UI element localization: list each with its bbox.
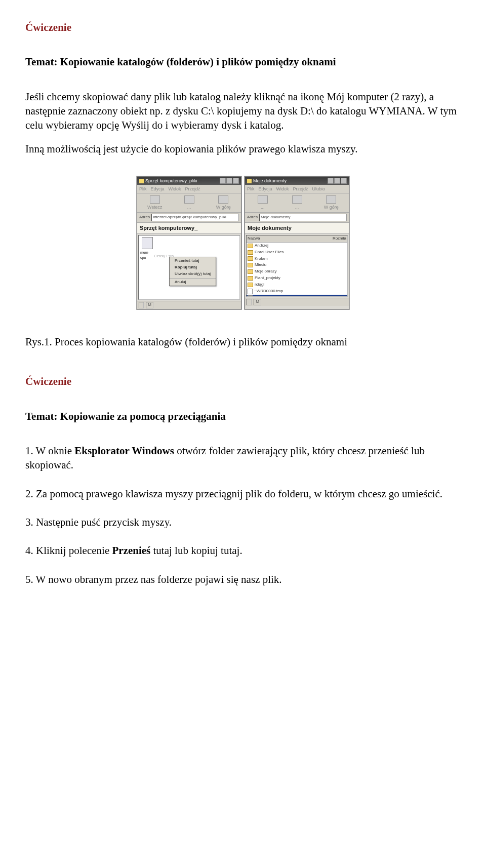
item-name: Corel User Files	[255, 250, 345, 255]
list-item[interactable]: Moje obrazy	[247, 268, 347, 275]
band-title-left: Sprzęt komputerowy_	[137, 223, 241, 234]
window-right: Moje dokumenty Plik Edycja Widok Przejdź…	[245, 176, 349, 309]
toolbar-left: Wstecz ... W górę	[137, 193, 241, 213]
menu-item[interactable]: Edycja	[259, 186, 272, 192]
ctx-copy-here[interactable]: Kopiuj tutaj	[170, 264, 216, 271]
item-name: ~WRD0000.tmp	[254, 289, 345, 294]
menu-item[interactable]: Przejdź	[185, 186, 200, 192]
up-icon	[326, 195, 336, 204]
step-4-bold: Przenieś	[112, 544, 150, 557]
figure-1: Sprzęt komputerowy_pliki Plik Edycja Wid…	[25, 176, 461, 309]
maximize-button[interactable]	[334, 178, 340, 184]
list-header: Nazwa Rozmia	[247, 235, 347, 243]
menu-item[interactable]: Ulubio	[312, 186, 326, 192]
window-left: Sprzęt komputerowy_pliki Plik Edycja Wid…	[137, 176, 241, 309]
forward-button[interactable]: ...	[281, 195, 313, 210]
folder-icon	[139, 179, 144, 183]
minimize-button[interactable]	[328, 178, 334, 184]
menu-item[interactable]: Plik	[139, 186, 147, 192]
forward-label: ...	[187, 204, 191, 210]
step-2: 2. Za pomocą prawego klawisza myszy prze…	[25, 487, 461, 501]
file-label: mem-cpu	[140, 250, 154, 260]
back-button[interactable]: ...	[247, 195, 278, 210]
file-list: AndrzejCorel User FilesKrofamMieciuMoje …	[247, 243, 347, 297]
item-name: Andrzej	[255, 243, 345, 249]
menu-item[interactable]: Przejdź	[293, 186, 308, 192]
titlebar-left: Sprzęt komputerowy_pliki	[137, 177, 241, 185]
list-item[interactable]: Czasy i stawki -Dukla338KB	[247, 295, 347, 297]
file-pane-right[interactable]: Nazwa Rozmia AndrzejCorel User FilesKrof…	[246, 235, 348, 297]
item-name: Plant_projekty	[255, 275, 345, 281]
close-button[interactable]	[233, 178, 239, 184]
menu-item[interactable]: Edycja	[151, 186, 165, 192]
close-button[interactable]	[341, 178, 347, 184]
window-right-title: Moje dokumenty	[253, 178, 326, 184]
maximize-button[interactable]	[226, 178, 232, 184]
col-name[interactable]: Nazwa	[248, 236, 330, 242]
status-cell: M	[254, 299, 261, 305]
paragraph-1: Jeśli chcemy skopiować dany plik lub kat…	[25, 90, 461, 133]
menu-item[interactable]: Widok	[276, 186, 289, 192]
folder-icon	[248, 276, 253, 281]
topic-1: Temat: Kopiowanie katalogów (folderów) i…	[25, 55, 461, 69]
window-left-title: Sprzęt komputerowy_pliki	[145, 178, 218, 184]
list-item[interactable]: ~WRD0000.tmp	[247, 288, 347, 295]
up-icon	[218, 195, 228, 204]
figure-caption-1: Rys.1. Proces kopiowania katalogów (fold…	[25, 335, 461, 349]
context-menu: Przenieś tutaj Kopiuj tutaj Utwórz skrót…	[169, 257, 216, 286]
address-label: Adres	[139, 215, 150, 220]
forward-button[interactable]: ...	[174, 195, 205, 210]
menubar-left: Plik Edycja Widok Przejdź	[137, 185, 241, 193]
addressbar-right: Adres Moje dokumenty	[245, 213, 349, 223]
back-label: ...	[261, 204, 265, 210]
col-size[interactable]: Rozmia	[333, 236, 346, 242]
list-item[interactable]: rciągi	[247, 282, 347, 288]
item-name: Mieciu	[255, 262, 345, 268]
folder-icon	[248, 250, 253, 255]
step-5: 5. W nowo obranym przez nas folderze poj…	[25, 572, 461, 586]
topic-2: Temat: Kopiowanie za pomocą przeciągania	[25, 409, 461, 423]
list-item[interactable]: Andrzej	[247, 243, 347, 249]
band-title-right: Moje dokumenty	[245, 223, 349, 234]
file-pane-left[interactable]: mem-cpu Czasy i sta... Przenieś tutaj Ko…	[138, 235, 240, 300]
step-1-pre: 1. W oknie	[25, 445, 74, 457]
folder-icon	[248, 263, 253, 267]
item-name: Czasy i stawki -Dukla	[254, 295, 333, 297]
ctx-separator	[170, 278, 216, 279]
menu-item[interactable]: Plik	[247, 186, 255, 192]
folder-icon	[248, 244, 253, 248]
address-field[interactable]: Moje dokumenty	[259, 214, 347, 221]
ctx-cancel[interactable]: Anuluj	[170, 279, 216, 286]
minimize-button[interactable]	[220, 178, 226, 184]
up-label: W górę	[216, 204, 231, 210]
list-item[interactable]: Mieciu	[247, 262, 347, 268]
paragraph-2: Inną możliwością jest użycie do kopiowan…	[25, 142, 461, 156]
file-item[interactable]: mem-cpu	[140, 237, 154, 260]
step-3: 3. Następnie puść przycisk myszy.	[25, 515, 461, 529]
up-button[interactable]: W górę	[315, 195, 347, 210]
menu-item[interactable]: Widok	[169, 186, 181, 192]
item-size: 338KB	[334, 295, 346, 297]
folder-icon	[248, 256, 253, 261]
list-item[interactable]: Krofam	[247, 256, 347, 262]
step-1: 1. W oknie Eksplorator Windows otwórz fo…	[25, 444, 461, 472]
forward-label: ...	[295, 204, 299, 210]
item-name: Moje obrazy	[255, 269, 345, 274]
document-icon	[248, 295, 253, 297]
ctx-move-here[interactable]: Przenieś tutaj	[170, 258, 216, 264]
list-item[interactable]: Plant_projekty	[247, 275, 347, 282]
back-icon	[258, 195, 268, 204]
folder-icon	[248, 283, 253, 287]
ctx-shortcut-here[interactable]: Utwórz skrót(y) tutaj	[170, 271, 216, 278]
back-button[interactable]: Wstecz	[139, 195, 171, 210]
item-name: rciągi	[255, 282, 345, 288]
document-icon	[248, 289, 253, 294]
titlebar-right: Moje dokumenty	[245, 177, 349, 185]
status-cell	[139, 302, 144, 308]
addressbar-left: Adres Internet-sprzęt\Sprzęt komputerowy…	[137, 213, 241, 223]
back-label: Wstecz	[147, 204, 163, 210]
address-field[interactable]: Internet-sprzęt\Sprzęt komputerowy_pliki	[151, 214, 239, 221]
up-button[interactable]: W górę	[208, 195, 239, 210]
status-cell: M	[146, 302, 153, 308]
list-item[interactable]: Corel User Files	[247, 249, 347, 256]
